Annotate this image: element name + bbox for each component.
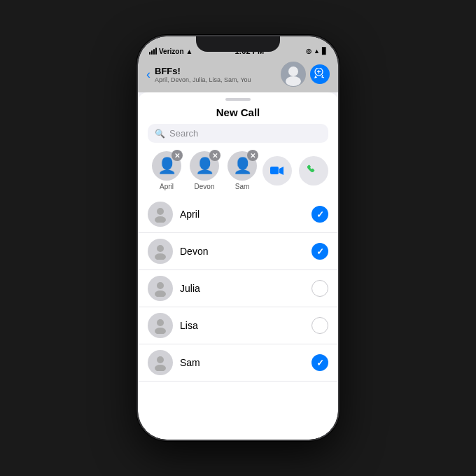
selected-avatar-devon: 👤 ✕ [190,151,219,181]
contact-name-julia: Julia [180,283,304,294]
check-devon[interactable]: ✓ [312,243,328,260]
contact-row-april[interactable]: April ✓ [138,196,338,233]
contact-row-lisa[interactable]: Lisa [138,307,338,344]
contact-name-devon: Devon [180,246,304,257]
modal-handle [225,98,251,101]
selected-avatar-sam: 👤 ✕ [227,151,257,181]
contact-name-april: April [180,209,304,220]
selected-avatar-april: 👤 ✕ [152,151,181,181]
remove-devon-badge[interactable]: ✕ [209,150,220,161]
contacts-list: April ✓ Devon ✓ [138,196,338,440]
svg-point-6 [157,245,164,252]
svg-point-11 [155,328,166,334]
remove-april-badge[interactable]: ✕ [172,150,183,161]
audio-call-button[interactable] [299,156,328,186]
video-call-button[interactable] [262,156,292,186]
phone-screen: Verizon ▲ 1:02 PM ◎ ▲ ▊ ‹ BFFs! April, D… [138,36,338,440]
contact-avatar-april [148,202,173,227]
call-action-buttons [262,156,328,186]
remove-sam-badge[interactable]: ✕ [247,150,258,161]
add-call-button[interactable] [310,64,330,84]
location-icon: ◎ [306,48,312,55]
signal-icon: ▲ [314,48,320,55]
selected-name-devon: Devon [195,183,215,190]
svg-point-5 [155,216,166,223]
check-sam[interactable]: ✓ [312,354,328,371]
contact-name-sam: Sam [180,357,304,368]
svg-point-4 [157,208,164,215]
screen-content: Verizon ▲ 1:02 PM ◎ ▲ ▊ ‹ BFFs! April, D… [138,36,338,440]
search-input[interactable]: Search [169,128,198,139]
svg-point-13 [155,365,166,371]
contact-avatar-julia [148,276,173,301]
search-icon: 🔍 [155,129,165,139]
selected-contact-sam: 👤 ✕ Sam [223,151,261,190]
search-bar[interactable]: 🔍 Search [148,124,328,143]
selected-name-april: April [160,183,174,190]
back-button[interactable]: ‹ [146,68,150,80]
group-avatar [281,62,306,87]
chat-info: BFFs! April, Devon, Julia, Lisa, Sam, Yo… [155,66,276,83]
chat-title: BFFs! [155,66,276,76]
notch [196,36,280,52]
svg-point-2 [286,76,301,86]
svg-point-7 [155,253,166,260]
wifi-icon: ▲ [186,48,193,55]
contact-row-devon[interactable]: Devon ✓ [138,233,338,270]
signal-bars-icon [149,48,157,55]
contact-row-julia[interactable]: Julia [138,270,338,307]
add-call-icon [314,68,326,81]
svg-point-12 [157,356,164,363]
svg-point-8 [157,282,164,289]
svg-rect-3 [270,167,279,174]
chat-members: April, Devon, Julia, Lisa, Sam, You [155,76,276,83]
contact-avatar-devon [148,239,173,264]
selected-contact-april: 👤 ✕ April [148,151,186,190]
selected-name-sam: Sam [235,183,250,190]
svg-point-10 [157,319,164,326]
modal-title: New Call [138,104,338,124]
contact-avatar-lisa [148,313,173,338]
status-left: Verizon ▲ [149,48,192,55]
selected-contact-devon: 👤 ✕ Devon [186,151,223,190]
chat-header: ‹ BFFs! April, Devon, Julia, Lisa, Sam, … [138,59,338,92]
contact-avatar-sam [148,350,173,375]
new-call-modal: New Call 🔍 Search 👤 ✕ April [138,92,338,440]
check-julia[interactable] [312,280,328,297]
status-right: ◎ ▲ ▊ [306,48,327,55]
contact-name-lisa: Lisa [180,320,304,331]
svg-point-1 [288,66,298,76]
check-lisa[interactable] [312,317,328,334]
check-april[interactable]: ✓ [312,206,328,223]
battery-icon: ▊ [322,48,327,55]
contact-row-sam[interactable]: Sam ✓ [138,344,338,382]
phone-device: Verizon ▲ 1:02 PM ◎ ▲ ▊ ‹ BFFs! April, D… [136,35,340,441]
carrier-label: Verizon [159,48,184,55]
svg-point-9 [155,290,166,297]
selected-contacts-row: 👤 ✕ April 👤 ✕ Devon 👤 [138,148,338,196]
